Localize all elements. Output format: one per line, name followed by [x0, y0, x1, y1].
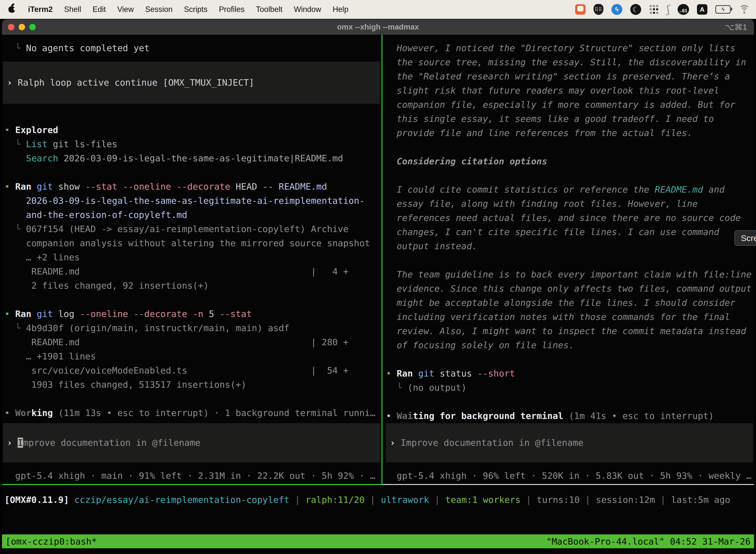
terminal-line: • Explored [4, 123, 58, 137]
terminal-line: README.md | 280 + [4, 335, 349, 349]
percent-badge-icon: ..61 [678, 4, 689, 15]
terminal-line: … +2 lines [4, 250, 80, 264]
terminal-line: gpt-5.4 xhigh · main · 91% left · 2.31M … [4, 468, 376, 483]
menu-item-shell[interactable]: Shell [64, 5, 81, 14]
terminal-line: └ 4b9d30f (origin/main, instructkr/main,… [4, 321, 290, 335]
window-shortcut-badge: ⌥⌘1 [725, 22, 747, 32]
terminal-line: › Improve documentation in @filename [390, 436, 583, 450]
terminal-line: 2 files changed, 92 insertions(+) [4, 278, 209, 293]
terminal-line: review. Also, I might want to inspect th… [386, 324, 746, 338]
menu-item-window[interactable]: Window [294, 5, 321, 14]
terminal-line: changes, I can't cite specific file line… [386, 225, 719, 239]
terminal-line: • Ran git show --stat --oneline --decora… [4, 179, 327, 193]
terminal-line: • Waiting for background terminal (1m 41… [386, 409, 714, 423]
terminal-line: … +1901 lines [4, 349, 96, 364]
terminal-line: the "Related research writing" section i… [386, 69, 730, 84]
terminal-line: companion analysis without altering the … [4, 236, 370, 250]
a-square-icon: A [697, 4, 707, 15]
terminal-line: 2026-03-09-is-legal-the-same-as-legitima… [4, 193, 365, 208]
blue-badge-icon: ϟ [611, 4, 622, 15]
tmux-status-bar: [omx-cczip0:bash* "MacBook-Pro-44.local"… [2, 535, 754, 548]
terminal-line: I could cite commit statistics or refere… [386, 182, 724, 197]
terminal-line: essay file, along with finding root file… [386, 197, 698, 211]
zoom-button[interactable] [29, 24, 36, 30]
terminal-line: might be acceptable alongside the file l… [386, 296, 736, 310]
dots-grid-icon [649, 4, 659, 14]
screen: iTerm2ShellEditViewSessionScriptsProfile… [0, 0, 756, 554]
tmux-host-clock-label: "MacBook-Pro-44.local" 04:52 31-Mar-26 [546, 536, 751, 547]
battery-icon: ϟ [715, 5, 731, 14]
pane-border-bottom-right [382, 484, 754, 485]
terminal-line: › Ralph loop active continue [OMX_TMUX_I… [7, 75, 254, 90]
menu-item-view[interactable]: View [117, 5, 134, 14]
terminal-line: companion file, especially if more comme… [386, 98, 736, 112]
terminal-line: However, I noticed the "Directory Struct… [386, 41, 736, 55]
left-prompt-input[interactable]: › Improve documentation in @filename [3, 423, 380, 462]
terminal-line: including verification notes with those … [386, 310, 730, 324]
tmux-session-label[interactable]: [omx-cczip0:bash* [5, 536, 97, 547]
terminal-line: [OMX#0.11.9] cczip/essay/ai-reimplementa… [4, 493, 730, 507]
terminal-line: output instead. [386, 239, 477, 253]
menubar: iTerm2ShellEditViewSessionScriptsProfile… [0, 0, 756, 19]
terminal-line: provide file and line references from th… [386, 126, 692, 140]
traffic-lights [8, 24, 36, 30]
apple-icon [8, 6, 15, 13]
terminal-line: └ 067f154 (HEAD -> essay/ai-reimplementa… [4, 222, 349, 236]
terminal-line: The team guideline is to back every impo… [386, 267, 752, 281]
menu-item-list[interactable]: iTerm2ShellEditViewSessionScriptsProfile… [28, 5, 349, 14]
window-titlebar[interactable]: omx --xhigh --madmax ⌥⌘1 [2, 19, 754, 35]
menu-item-edit[interactable]: Edit [92, 5, 106, 14]
terminal-line: • Working (11m 13s • esc to interrupt) ·… [4, 406, 376, 420]
moon-circle-icon: ☾ [630, 4, 641, 15]
terminal-line: └ (no output) [386, 381, 466, 395]
apple-menu[interactable] [8, 6, 17, 13]
menu-item-profiles[interactable]: Profiles [219, 5, 244, 14]
terminal-line: references need actual files, and since … [386, 211, 741, 225]
squiggle-icon: ʃ [667, 4, 670, 14]
menu-item-toolbelt[interactable]: Toolbelt [256, 5, 282, 14]
terminal-line: └ List git ls-files [4, 137, 117, 151]
terminal-line: README.md | 4 + [4, 264, 349, 278]
pane-border-bottom-left [2, 484, 382, 485]
menu-item-session[interactable]: Session [145, 5, 172, 14]
menu-item-help[interactable]: Help [333, 5, 349, 14]
terminal-line: src/voice/voiceModeEnabled.ts | 54 + [4, 364, 349, 378]
terminal-line: Search 2026-03-09-is-legal-the-same-as-l… [4, 151, 343, 165]
terminal-line: the source tree, missing the essay. Stil… [386, 55, 746, 69]
menubar-status-icons: ⠿⠿ ϟ ☾ ʃ ..61 A ϟ [575, 4, 750, 15]
terminal-line: gpt-5.4 xhigh · 96% left · 520K in · 5.8… [386, 468, 752, 483]
close-button[interactable] [8, 24, 14, 30]
window-title: omx --xhigh --madmax [337, 22, 419, 32]
iterm-window: omx --xhigh --madmax ⌥⌘1 └ No agents com… [2, 19, 754, 554]
terminal-line: slight risk that future readers may over… [386, 84, 719, 98]
minimize-button[interactable] [19, 24, 25, 30]
terminal-line: this single essay, it seems like a good … [386, 112, 714, 126]
screen-tooltip[interactable]: Scre [735, 230, 756, 246]
right-prompt-input[interactable]: › Improve documentation in @filename [386, 423, 753, 462]
terminal-line: 1903 files changed, 513517 insertions(+) [4, 378, 246, 392]
terminal-line: • Ran git status --short [386, 366, 515, 381]
terminal-content[interactable]: └ No agents completed yet › Ralph loop a… [2, 35, 754, 554]
shield-grid-icon: ⠿⠿ [593, 4, 604, 15]
terminal-line: evidence. Since this change only affects… [386, 281, 752, 296]
terminal-line: › Improve documentation in @filename [7, 436, 200, 450]
terminal-line: └ No agents completed yet [4, 41, 149, 55]
menu-item-scripts[interactable]: Scripts [184, 5, 208, 14]
chat-app-icon [575, 4, 586, 15]
wifi-icon [739, 5, 750, 14]
pane-divider-vertical[interactable] [381, 35, 382, 485]
menu-items: iTerm2ShellEditViewSessionScriptsProfile… [8, 5, 349, 14]
menu-item-iterm2[interactable]: iTerm2 [28, 5, 53, 14]
terminal-line: of focusing solely on file lines. [386, 338, 574, 352]
ralph-loop-banner: › Ralph loop active continue [OMX_TMUX_I… [3, 62, 380, 104]
terminal-line: and-the-erosion-of-copyleft.md [4, 208, 187, 222]
terminal-line: Considering citation options [386, 154, 547, 168]
terminal-line: • Ran git log --oneline --decorate -n 5 … [4, 307, 252, 321]
